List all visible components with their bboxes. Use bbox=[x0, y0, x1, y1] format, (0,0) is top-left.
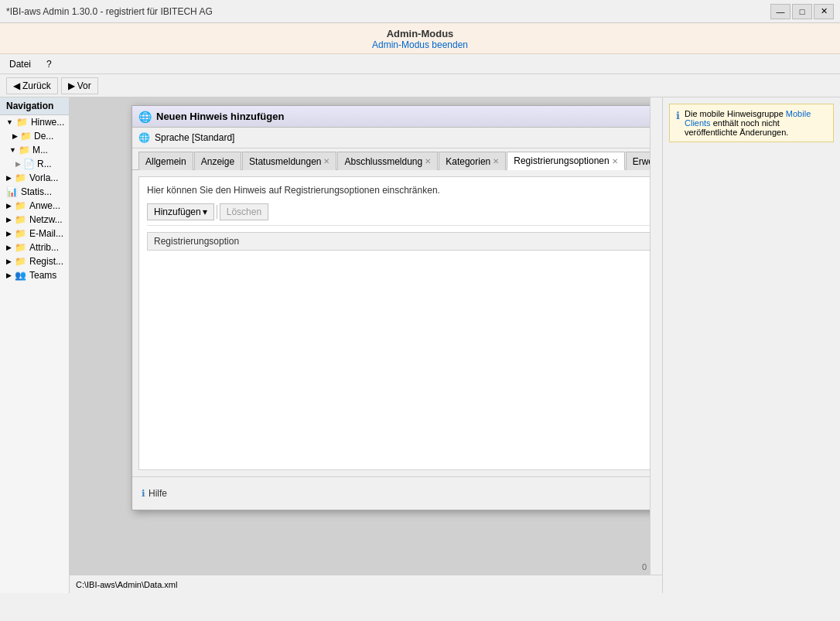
chevron-right-icon: ▶ bbox=[12, 132, 18, 140]
sidebar-item-statistik[interactable]: 📊 Statis... bbox=[0, 185, 69, 199]
menu-item-help[interactable]: ? bbox=[43, 57, 55, 71]
sidebar-item-label-7: Anwe... bbox=[29, 200, 60, 211]
dialog-info-text: Hier können Sie den Hinweis auf Registri… bbox=[147, 185, 662, 196]
dropdown-icon: ▾ bbox=[203, 206, 207, 217]
menu-item-datei[interactable]: Datei bbox=[6, 57, 34, 71]
notification-item-1: ℹ Die mobile Hinweisgruppe Mobile Client… bbox=[669, 104, 834, 142]
tab-statusmeldungen-label: Statusmeldungen bbox=[249, 156, 321, 167]
sidebar-item-netzwerk[interactable]: ▶ 📁 Netzw... bbox=[0, 213, 69, 227]
dialog-title-icon: 🌐 bbox=[138, 111, 152, 123]
registrierungsoption-table: Registrierungsoption bbox=[147, 232, 662, 251]
tab-registrierungsoptionen[interactable]: Registrierungsoptionen ✕ bbox=[507, 152, 624, 170]
content-area: 🌐 Neuen Hinweis hinzufügen — □ ✕ 🌐 Sprac… bbox=[70, 97, 662, 593]
sidebar-item-de[interactable]: ▶ 📁 De... bbox=[0, 129, 69, 143]
folder-icon-3: 📁 bbox=[19, 145, 30, 155]
sidebar-item-label-12: Teams bbox=[29, 270, 56, 281]
help-label: Hilfe bbox=[149, 488, 167, 499]
sidebar-item-label-8: Netzw... bbox=[29, 214, 63, 225]
sidebar-item-anwendung[interactable]: ▶ 📁 Anwe... bbox=[0, 199, 69, 213]
sidebar-item-label-11: Regist... bbox=[29, 256, 63, 267]
folder-icon-8: 📁 bbox=[15, 242, 26, 253]
dialog-footer: ℹ Hilfe Speichern Abbrechen bbox=[132, 476, 662, 510]
folder-icon: 📁 bbox=[16, 117, 28, 128]
dialog-content-toolbar: Hinzufügen ▾ Löschen bbox=[147, 203, 662, 226]
admin-mode-exit-link[interactable]: Admin-Modus beenden bbox=[0, 39, 840, 50]
tab-kategorien-close[interactable]: ✕ bbox=[493, 157, 499, 165]
notification-icon: ℹ bbox=[676, 110, 680, 137]
loeschen-button[interactable]: Löschen bbox=[220, 203, 268, 220]
tab-abschlussmeldung-close[interactable]: ✕ bbox=[425, 157, 431, 165]
dialog-title-left: 🌐 Neuen Hinweis hinzufügen bbox=[138, 111, 284, 123]
table-header-registrierungsoption: Registrierungsoption bbox=[148, 233, 663, 251]
folder-icon-6: 📁 bbox=[15, 214, 26, 225]
dialog-title-text: Neuen Hinweis hinzufügen bbox=[156, 111, 284, 122]
admin-banner: Admin-Modus Admin-Modus beenden bbox=[0, 23, 840, 54]
forward-button[interactable]: ▶ Vor bbox=[61, 77, 98, 94]
toolbar-separator bbox=[217, 205, 217, 219]
doc-icon: 📄 bbox=[23, 159, 35, 169]
forward-icon: ▶ bbox=[68, 80, 75, 91]
tab-statusmeldungen[interactable]: Statusmeldungen ✕ bbox=[242, 152, 336, 170]
chevron-right-icon-4: ▶ bbox=[6, 202, 12, 210]
tab-allgemein[interactable]: Allgemein bbox=[138, 152, 193, 170]
title-bar-controls: — □ ✕ bbox=[770, 4, 834, 19]
folder-icon-2: 📁 bbox=[20, 131, 32, 142]
lang-label: Sprache [Standard] bbox=[155, 132, 234, 143]
tab-registrierungsoptionen-close[interactable]: ✕ bbox=[612, 157, 618, 165]
help-link[interactable]: ℹ Hilfe bbox=[142, 488, 167, 499]
sidebar-item-hinweise[interactable]: ▼ 📁 Hinwe... bbox=[0, 115, 69, 129]
sidebar-item-registrierung[interactable]: ▶ 📁 Regist... bbox=[0, 254, 69, 268]
back-button[interactable]: ◀ Zurück bbox=[6, 77, 58, 94]
sidebar-item-vorlagen[interactable]: ▶ 📁 Vorla... bbox=[0, 171, 69, 185]
title-bar: *IBI-aws Admin 1.30.0 - registriert für … bbox=[0, 0, 840, 23]
tab-anzeige-label: Anzeige bbox=[201, 156, 234, 167]
dialog-add-hinweis: 🌐 Neuen Hinweis hinzufügen — □ ✕ 🌐 Sprac… bbox=[131, 105, 662, 510]
back-icon: ◀ bbox=[13, 80, 20, 91]
sidebar-item-label-3: M... bbox=[32, 145, 48, 155]
notif-text1: Die mobile Hinweisgruppe bbox=[685, 109, 786, 118]
sidebar-item-label-5: Vorla... bbox=[29, 172, 58, 183]
tab-allgemein-label: Allgemein bbox=[145, 156, 186, 167]
sidebar-item-label-10: Attrib... bbox=[29, 242, 59, 253]
sidebar-header: Navigation bbox=[0, 97, 69, 115]
main-layout: Navigation ▼ 📁 Hinwe... ▶ 📁 De... ▼ 📁 M.… bbox=[0, 97, 840, 593]
chevron-right-icon-5: ▶ bbox=[6, 216, 12, 223]
minimize-button[interactable]: — bbox=[770, 4, 790, 19]
sidebar-item-teams[interactable]: ▶ 👥 Teams bbox=[0, 268, 69, 282]
hinzufuegen-button[interactable]: Hinzufügen ▾ bbox=[147, 203, 214, 220]
chevron-right-icon-8: ▶ bbox=[6, 258, 12, 265]
sidebar-item-email[interactable]: ▶ 📁 E-Mail... bbox=[0, 227, 69, 241]
sidebar-item-label: Hinwe... bbox=[31, 117, 64, 128]
status-bar: C:\IBI-aws\Admin\Data.xml bbox=[70, 575, 662, 593]
menu-bar: Datei ? bbox=[0, 54, 840, 74]
toolbar: ◀ Zurück ▶ Vor bbox=[0, 74, 840, 97]
folder-icon-9: 📁 bbox=[15, 256, 26, 267]
chevron-right-icon-2: ▼ bbox=[9, 146, 16, 154]
chevron-right-icon-7: ▶ bbox=[6, 244, 12, 251]
forward-label: Vor bbox=[77, 80, 91, 91]
tab-anzeige[interactable]: Anzeige bbox=[194, 152, 241, 170]
tab-kategorien-label: Kategorien bbox=[446, 156, 490, 167]
dialog-title-bar: 🌐 Neuen Hinweis hinzufügen — □ ✕ bbox=[132, 106, 662, 128]
tab-kategorien[interactable]: Kategorien ✕ bbox=[439, 152, 506, 170]
close-button[interactable]: ✕ bbox=[814, 4, 834, 19]
sidebar-item-r[interactable]: ▶ 📄 R... bbox=[0, 157, 69, 171]
tab-abschlussmeldung-label: Abschlussmeldung bbox=[344, 156, 422, 167]
right-panel: ℹ Die mobile Hinweisgruppe Mobile Client… bbox=[662, 97, 840, 593]
dialog-tabs: Allgemein Anzeige Statusmeldungen ✕ Absc… bbox=[132, 148, 662, 170]
content-scrollbar[interactable] bbox=[650, 97, 662, 575]
notification-text: Die mobile Hinweisgruppe Mobile Clients … bbox=[685, 109, 827, 137]
sidebar-item-label-6: Statis... bbox=[21, 186, 52, 197]
dialog-content: Hier können Sie den Hinweis auf Registri… bbox=[138, 176, 662, 470]
sidebar-item-label-9: E-Mail... bbox=[29, 228, 63, 239]
bottom-number: 0 bbox=[642, 562, 647, 572]
tab-registrierungsoptionen-label: Registrierungsoptionen bbox=[514, 155, 609, 166]
tab-abschlussmeldung[interactable]: Abschlussmeldung ✕ bbox=[337, 152, 438, 170]
tab-statusmeldungen-close[interactable]: ✕ bbox=[323, 157, 330, 165]
sidebar-item-attribute[interactable]: ▶ 📁 Attrib... bbox=[0, 241, 69, 254]
arrow-icon: ▶ bbox=[15, 160, 21, 168]
maximize-button[interactable]: □ bbox=[792, 4, 812, 19]
sidebar-item-m[interactable]: ▼ 📁 M... bbox=[0, 143, 69, 157]
chevron-right-icon-6: ▶ bbox=[6, 230, 12, 237]
dialog-lang-row: 🌐 Sprache [Standard] bbox=[132, 128, 662, 148]
